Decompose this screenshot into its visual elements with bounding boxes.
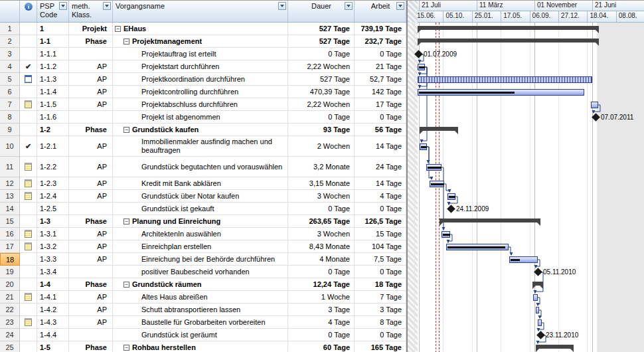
klass-cell[interactable]: AP	[69, 253, 113, 265]
row-number-cell[interactable]: 10	[0, 136, 20, 157]
duration-cell[interactable]: 2,22 Wochen	[288, 98, 355, 110]
work-cell[interactable]: 739,19 Tage	[355, 23, 406, 35]
psp-code-cell[interactable]: 1-1.5	[37, 98, 69, 110]
task-name-cell[interactable]: Projektkoordination durchführen	[113, 73, 288, 85]
duration-cell[interactable]: 3 Tage	[288, 304, 355, 315]
indicator-cell[interactable]	[20, 98, 37, 110]
task-bar[interactable]	[447, 193, 455, 200]
work-cell[interactable]: 8 Tage	[355, 316, 406, 328]
task-name-cell[interactable]: Altes Haus abreißen	[113, 291, 288, 303]
task-bar[interactable]	[446, 244, 509, 250]
indicator-cell[interactable]	[20, 124, 37, 135]
row-number-cell[interactable]: 5	[0, 73, 20, 86]
duration-cell[interactable]: 3 Wochen	[288, 228, 355, 240]
indicator-cell[interactable]: ✔	[20, 60, 37, 72]
psp-code-cell[interactable]: 1-4.4	[37, 329, 69, 341]
task-bar[interactable]	[533, 294, 538, 301]
task-name-cell[interactable]: Projektcontrolling durchführen	[113, 86, 288, 98]
duration-cell[interactable]: 2,22 Wochen	[288, 60, 355, 72]
indicator-cell[interactable]	[20, 304, 37, 315]
psp-code-cell[interactable]: 1-2.2	[37, 157, 69, 177]
row-number-cell[interactable]: 9	[0, 124, 20, 136]
indicator-cell[interactable]	[20, 316, 37, 328]
indicator-column-header[interactable]: i	[20, 1, 37, 22]
task-name-cell[interactable]: positiver Baubescheid vorhanden	[113, 266, 288, 278]
psp-code-cell[interactable]: 1-4.3	[37, 316, 69, 328]
row-number-cell[interactable]: 20	[0, 278, 20, 291]
duration-cell[interactable]: 4 Tage	[288, 316, 355, 328]
row-number-cell[interactable]: 22	[0, 304, 20, 316]
task-bar[interactable]	[442, 231, 450, 238]
work-cell[interactable]: 104 Tage	[355, 240, 406, 252]
klass-cell[interactable]: Phase	[69, 35, 113, 47]
task-name-cell[interactable]: −Planung und Einreichung	[113, 215, 288, 227]
work-cell[interactable]: 24 Tage	[355, 157, 406, 177]
row-number-cell[interactable]: 21	[0, 291, 20, 304]
work-cell[interactable]: 14 Tage	[355, 136, 406, 156]
indicator-cell[interactable]	[20, 329, 37, 341]
duration-cell[interactable]: 60 Tage	[288, 341, 355, 352]
timeline-major-tier[interactable]: 21 Juli11 März01 November21 Juni	[408, 1, 644, 11]
task-name-cell[interactable]: −Grundstück kaufen	[113, 124, 288, 135]
klass-cell[interactable]: AP	[69, 98, 113, 110]
klass-cell[interactable]: Phase	[69, 278, 113, 290]
indicator-cell[interactable]	[20, 240, 37, 252]
psp-code-cell[interactable]: 1-3.2	[37, 240, 69, 252]
duration-cell[interactable]: 527 Tage	[288, 35, 355, 47]
psp-code-cell[interactable]: 1-1.3	[37, 73, 69, 85]
summary-bar[interactable]	[532, 282, 543, 286]
row-number-cell[interactable]: 11	[0, 157, 20, 177]
indicator-cell[interactable]	[20, 177, 37, 189]
column-header-vorgangsname[interactable]: Vorgangsname	[113, 1, 288, 22]
corner-header-cell[interactable]	[0, 1, 20, 22]
work-cell[interactable]: 17 Tage	[355, 98, 406, 110]
row-number-cell[interactable]: 24	[0, 329, 20, 341]
task-name-cell[interactable]: Projekt ist abgenommen	[113, 111, 288, 123]
row-number-cell[interactable]: 17	[0, 240, 20, 253]
column-header-psp-code[interactable]: PSP Code	[37, 1, 69, 22]
indicator-cell[interactable]	[20, 215, 37, 227]
duration-cell[interactable]: 93 Tage	[288, 124, 355, 135]
summary-bar[interactable]	[420, 127, 458, 131]
klass-cell[interactable]: AP	[69, 177, 113, 189]
row-number-cell[interactable]: 1	[0, 23, 20, 35]
psp-code-cell[interactable]: 1-1.6	[37, 111, 69, 123]
duration-cell[interactable]: 0 Tage	[288, 48, 355, 60]
row-number-cell[interactable]: 4	[0, 60, 20, 73]
work-cell[interactable]: 0 Tage	[355, 203, 406, 215]
duration-cell[interactable]: 0 Tage	[288, 203, 355, 215]
task-bar[interactable]	[420, 143, 427, 150]
work-cell[interactable]: 0 Tage	[355, 48, 406, 60]
row-number-cell[interactable]: 7	[0, 98, 20, 111]
duration-cell[interactable]: 3 Wochen	[288, 190, 355, 202]
psp-code-cell[interactable]: 1-4.1	[37, 291, 69, 303]
klass-cell[interactable]: AP	[69, 86, 113, 98]
klass-cell[interactable]	[69, 111, 113, 123]
psp-code-cell[interactable]: 1-2.4	[37, 190, 69, 202]
indicator-cell[interactable]	[20, 23, 37, 35]
indicator-cell[interactable]	[20, 266, 37, 278]
psp-code-cell[interactable]: 1-1.2	[37, 60, 69, 72]
psp-code-cell[interactable]: 1-1.4	[37, 86, 69, 98]
row-number-cell[interactable]: 12	[0, 177, 20, 190]
psp-code-cell[interactable]: 1-3.4	[37, 266, 69, 278]
collapse-toggle[interactable]: −	[123, 282, 129, 288]
work-cell[interactable]: 7 Tage	[355, 291, 406, 303]
duration-cell[interactable]: 12,24 Tage	[288, 278, 355, 290]
indicator-cell[interactable]	[20, 291, 37, 303]
task-name-cell[interactable]: −Rohbau herstellen	[113, 341, 288, 352]
task-bar[interactable]	[430, 181, 444, 187]
work-cell[interactable]: 14 Tage	[355, 177, 406, 189]
klass-cell[interactable]	[69, 329, 113, 341]
task-name-cell[interactable]: Baustelle für Grobarbeiten vorbereiten	[113, 316, 288, 328]
row-number-cell[interactable]: 18	[0, 253, 20, 266]
column-header-meth-klass[interactable]: meth. Klass.	[69, 1, 113, 22]
filter-dropdown-icon[interactable]	[345, 2, 353, 10]
row-number-cell[interactable]: 14	[0, 203, 20, 215]
indicator-cell[interactable]	[20, 203, 37, 215]
klass-cell[interactable]: Projekt	[69, 23, 113, 35]
klass-cell[interactable]	[69, 266, 113, 278]
klass-cell[interactable]: AP	[69, 228, 113, 240]
task-name-cell[interactable]: Grundstück ist gekauft	[113, 203, 288, 215]
task-name-cell[interactable]: Immobilienmakler ausfindig machen und be…	[113, 136, 288, 156]
